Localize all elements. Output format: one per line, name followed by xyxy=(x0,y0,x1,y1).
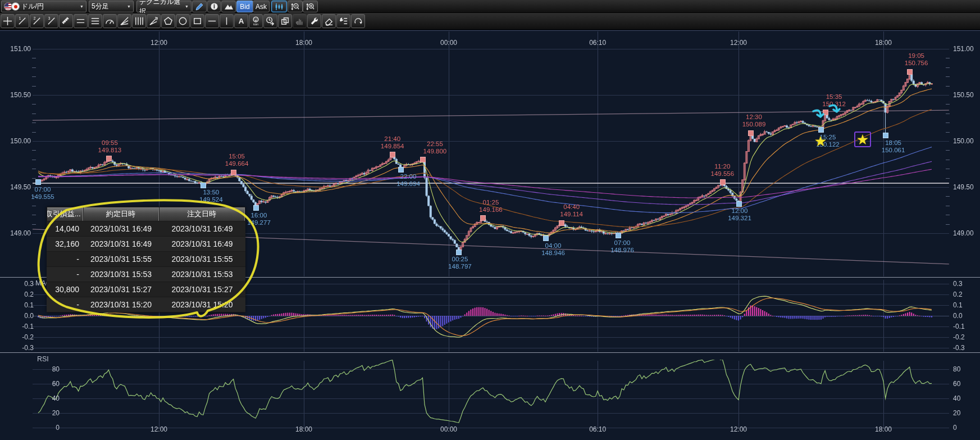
tool-settings-list[interactable] xyxy=(336,14,350,28)
annotation-time: 22:55 xyxy=(423,140,447,148)
tool-trendline-1[interactable]: 1 xyxy=(15,14,29,28)
table-row[interactable]: 30,8002023/10/31 15:272023/10/31 15:27 xyxy=(47,282,245,297)
table-row[interactable]: 14,0402023/10/31 16:492023/10/31 16:49 xyxy=(47,221,245,237)
annotation-time: 21:40 xyxy=(381,135,404,143)
price-axis-label: 149.00 xyxy=(4,229,31,237)
chart-annotation: 09:55149.813 xyxy=(98,139,122,154)
svg-text:icon: icon xyxy=(253,23,258,26)
zoom-out-icon xyxy=(290,2,300,11)
annotation-price: 150.756 xyxy=(905,60,928,67)
rectangle-icon xyxy=(192,16,203,26)
tool-copy[interactable] xyxy=(278,14,292,28)
info-button[interactable]: i xyxy=(207,1,221,12)
trendline-1-icon: 1 xyxy=(17,16,28,26)
table-cell: 32,160 xyxy=(47,239,83,248)
macd-axis-label: -0.2 xyxy=(953,333,965,341)
table-row[interactable]: -2023/10/31 15:532023/10/31 15:53 xyxy=(47,267,245,282)
annotation-time: 00:25 xyxy=(448,256,472,263)
high-marker xyxy=(480,215,486,221)
annotation-time: 07:00 xyxy=(610,239,634,247)
top-toolbar: ドル/円 ▼ 5分足 ▼ テクニカル選択 ▼ i Bid Ask xyxy=(0,0,980,13)
table-row[interactable]: -2023/10/31 15:552023/10/31 15:55 xyxy=(47,252,245,267)
candle-chart-button[interactable] xyxy=(271,1,287,12)
rsi-axis-label: 20 xyxy=(953,409,960,417)
table-cell: 2023/10/31 15:55 xyxy=(83,255,159,264)
tool-text[interactable]: A xyxy=(234,14,248,28)
macd-axis-label: -0.1 xyxy=(953,323,965,330)
eraser-icon xyxy=(323,16,334,26)
trade-history-table[interactable]: 取引損益...約定日時注文日時14,0402023/10/31 16:49202… xyxy=(47,207,245,312)
ellipse-icon xyxy=(177,16,188,26)
annotation-price: 150.089 xyxy=(742,121,766,128)
annotation-time: 19:05 xyxy=(905,52,928,60)
chart-annotation: 15:05149.664 xyxy=(225,153,249,167)
macd-axis-label: 0.0 xyxy=(953,312,963,320)
tool-fibonacci-fan[interactable] xyxy=(147,14,161,28)
tool-two-horizontal-lines[interactable] xyxy=(74,14,88,28)
technical-select[interactable]: テクニカル選択 ▼ xyxy=(136,1,192,12)
rsi-panel-label: RSI xyxy=(37,355,49,363)
chart-annotation: 01:25149.166 xyxy=(479,199,503,214)
macd-axis-label: -0.1 xyxy=(11,323,34,330)
tool-vertical-line[interactable] xyxy=(220,14,234,28)
tool-trendline-3[interactable]: 3 xyxy=(44,14,58,28)
info-icon: i xyxy=(210,2,218,11)
tool-ruler[interactable] xyxy=(59,14,73,28)
macd-axis-label: -0.2 xyxy=(11,333,34,341)
tool-trendline-2[interactable]: 2 xyxy=(30,14,44,28)
ruler-icon xyxy=(61,16,71,26)
low-marker xyxy=(456,250,462,255)
zoom-out-button[interactable] xyxy=(288,1,303,12)
zoom-in-icon xyxy=(306,2,315,11)
table-header-cell[interactable]: 約定日時 xyxy=(83,207,158,221)
wrench-icon xyxy=(309,16,320,26)
high-marker xyxy=(559,220,564,226)
rsi-axis-label: 40 xyxy=(37,394,60,402)
jp-flag-icon xyxy=(11,2,20,11)
tool-icon-stamp[interactable]: icon xyxy=(249,14,263,28)
chart-annotation: 19:05150.756 xyxy=(905,52,928,67)
tool-horizontal-line[interactable] xyxy=(205,14,219,28)
tool-gauge[interactable] xyxy=(103,14,117,28)
time-axis-label-bottom: 18:00 xyxy=(295,425,312,433)
tool-crosshair[interactable] xyxy=(1,14,15,28)
svg-text:A: A xyxy=(239,17,244,25)
annotation-time: 04:00 xyxy=(541,242,565,250)
table-header-cell[interactable]: 取引損益... xyxy=(47,207,83,221)
draw-mode-button[interactable] xyxy=(192,1,207,12)
tool-pentagon[interactable] xyxy=(161,14,175,28)
table-header-cell[interactable]: 注文日時 xyxy=(159,207,245,221)
tool-vertical-lines[interactable] xyxy=(132,14,146,28)
tool-time-marker[interactable] xyxy=(263,14,277,28)
vertical-line-icon xyxy=(221,16,232,26)
low-marker xyxy=(200,183,206,188)
tool-rectangle[interactable] xyxy=(190,14,204,28)
chart-style-button[interactable] xyxy=(221,1,236,12)
table-cell: 2023/10/31 16:49 xyxy=(83,239,159,248)
tool-clear-all[interactable] xyxy=(351,14,365,28)
tool-eraser[interactable] xyxy=(322,14,336,28)
annotation-price: 150.312 xyxy=(822,101,846,108)
tool-three-horizontal-lines[interactable] xyxy=(88,14,102,28)
tool-fan-lines[interactable] xyxy=(117,14,131,28)
time-axis-label-bottom: 12:00 xyxy=(151,425,167,433)
rsi-axis-label: 60 xyxy=(953,380,960,388)
chart-annotation: 13:50149.524 xyxy=(199,189,223,203)
chart-annotation: 18:05150.061 xyxy=(882,139,905,154)
timeframe-select[interactable]: 5分足 ▼ xyxy=(89,1,134,12)
chevron-down-icon: ▼ xyxy=(185,4,189,8)
annotation-price: 149.854 xyxy=(381,143,404,150)
tool-ellipse[interactable] xyxy=(176,14,190,28)
bid-button[interactable]: Bid xyxy=(236,1,253,12)
currency-pair-select[interactable]: ドル/円 ▼ xyxy=(1,1,86,12)
ask-button[interactable]: Ask xyxy=(253,1,270,12)
chart-annotation: 00:25148.797 xyxy=(448,256,472,270)
table-row[interactable]: -2023/10/31 15:202023/10/31 15:20 xyxy=(47,297,245,312)
zoom-in-button[interactable] xyxy=(303,1,318,12)
tool-wrench[interactable] xyxy=(307,14,321,28)
table-row[interactable]: 32,1602023/10/31 16:492023/10/31 16:49 xyxy=(47,237,245,252)
crosshair-icon xyxy=(2,16,13,26)
table-cell: - xyxy=(47,300,83,309)
annotation-price: 149.813 xyxy=(98,147,122,154)
star-icon: ★ xyxy=(856,133,869,147)
